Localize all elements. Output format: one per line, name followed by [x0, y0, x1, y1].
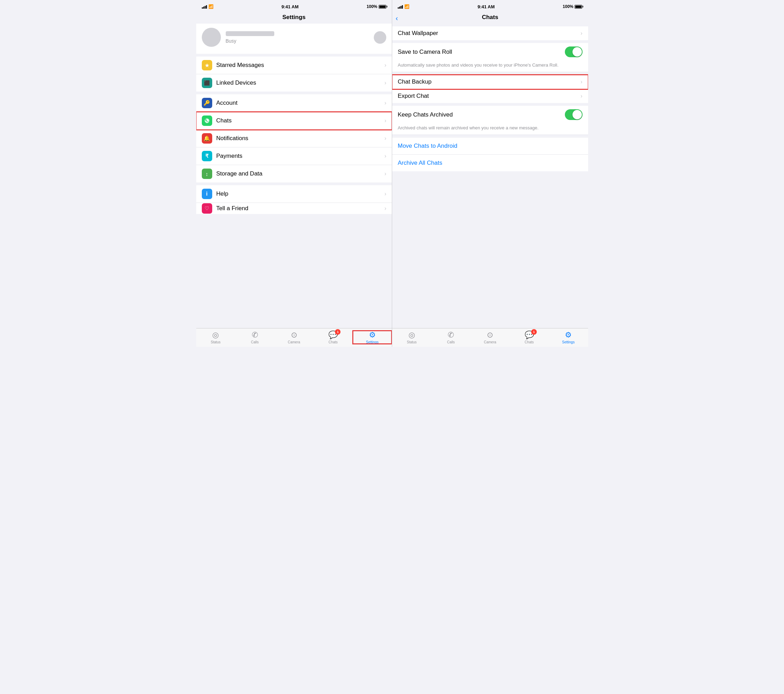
help-icon: i — [202, 189, 212, 199]
chats-tab-label-left: Chats — [329, 340, 338, 344]
invite-chevron: › — [385, 205, 386, 211]
move-android-item[interactable]: Move Chats to Android — [392, 138, 588, 155]
chats-tab-icon-right: 💬 1 — [525, 331, 534, 340]
backup-label: Chat Backup — [398, 78, 580, 85]
settings-item-notifications[interactable]: 🔔 Notifications › — [196, 130, 392, 147]
tab-status-right[interactable]: ◎ Status — [392, 331, 432, 344]
camera-roll-label: Save to Camera Roll — [398, 49, 565, 56]
profile-info: Busy — [226, 31, 369, 44]
wallpaper-section: Chat Wallpaper › — [392, 26, 588, 40]
archive-all-label: Archive All Chats — [398, 160, 443, 166]
blue-actions-group: Move Chats to Android Archive All Chats — [392, 138, 588, 171]
settings-item-invite[interactable]: ♡ Tell a Friend › — [196, 203, 392, 214]
linked-icon: ⬛ — [202, 78, 212, 88]
settings-item-wallpaper[interactable]: Chat Wallpaper › — [392, 26, 588, 40]
settings-group-1: ★ Starred Messages › ⬛ Linked Devices › — [196, 56, 392, 92]
tab-status-left[interactable]: ◎ Status — [196, 331, 236, 344]
settings-item-help[interactable]: i Help › — [196, 185, 392, 203]
storage-icon: ↕ — [202, 168, 212, 179]
tab-bar-left: ◎ Status ✆ Calls ⊙ Camera 💬 1 Chats ⚙ Se… — [196, 328, 392, 347]
export-label: Export Chat — [398, 92, 580, 99]
settings-item-starred[interactable]: ★ Starred Messages › — [196, 56, 392, 74]
battery-pct-left: 100% — [367, 4, 377, 9]
back-button[interactable]: ‹ — [395, 15, 398, 21]
tab-settings-left[interactable]: ⚙ Settings — [352, 331, 392, 344]
left-panel-title: Settings — [202, 14, 387, 21]
camera-tab-label-left: Camera — [288, 340, 300, 344]
settings-item-chats[interactable]: Chats › — [196, 112, 392, 130]
status-tab-icon-left: ◎ — [212, 331, 219, 340]
settings-item-payments[interactable]: ₹ Payments › — [196, 147, 392, 165]
signal-bar-r2 — [399, 7, 400, 9]
camera-roll-subtitle: Automatically save photos and videos you… — [392, 61, 588, 72]
battery-body-left — [379, 5, 386, 9]
account-icon: 🔑 — [202, 98, 212, 108]
tab-chats-right[interactable]: 💬 1 Chats — [510, 331, 549, 344]
camera-tab-label-right: Camera — [484, 340, 496, 344]
payments-label: Payments — [216, 153, 385, 160]
export-chevron: › — [580, 93, 582, 99]
battery-fill-left — [379, 5, 385, 8]
battery-area-right: 100% — [563, 4, 583, 9]
settings-tab-label-left: Settings — [366, 340, 379, 344]
status-tab-icon-right: ◎ — [408, 331, 415, 340]
time-left: 9:41 AM — [282, 4, 298, 9]
battery-fill-right — [575, 5, 581, 8]
storage-label: Storage and Data — [216, 170, 385, 177]
camera-tab-icon-left: ⊙ — [291, 331, 297, 340]
chats-tab-label-right: Chats — [525, 340, 534, 344]
settings-item-storage[interactable]: ↕ Storage and Data › — [196, 165, 392, 183]
tab-calls-right[interactable]: ✆ Calls — [432, 331, 471, 344]
account-chevron: › — [385, 100, 386, 106]
calls-tab-icon-right: ✆ — [448, 331, 454, 340]
profile-section[interactable]: Busy — [196, 23, 392, 54]
settings-item-linked[interactable]: ⬛ Linked Devices › — [196, 74, 392, 92]
signal-bar-3 — [204, 6, 206, 9]
camera-roll-toggle[interactable] — [565, 46, 583, 57]
avatar — [202, 28, 221, 47]
tab-chats-left[interactable]: 💬 1 Chats — [313, 331, 352, 344]
keep-archived-toggle[interactable] — [565, 109, 583, 120]
settings-item-backup[interactable]: Chat Backup › — [392, 75, 588, 89]
tab-settings-right[interactable]: ⚙ Settings — [549, 331, 588, 344]
top-divider-right — [392, 23, 588, 26]
wallpaper-chevron: › — [580, 30, 582, 36]
camera-roll-section: Save to Camera Roll Automatically save p… — [392, 43, 588, 72]
keep-archived-toggle-knob — [573, 110, 582, 119]
left-panel: 📶 9:41 AM 100% Settings Busy — [196, 0, 392, 347]
status-bar-left: 📶 9:41 AM 100% — [196, 0, 392, 13]
back-chevron-icon: ‹ — [395, 15, 398, 21]
chats-badge-left: 1 — [335, 329, 341, 335]
calls-tab-icon-left: ✆ — [252, 331, 258, 340]
starred-chevron: › — [385, 62, 386, 68]
qr-button[interactable] — [374, 31, 386, 44]
chats-tab-icon-left: 💬 1 — [328, 331, 338, 340]
notifications-chevron: › — [385, 135, 386, 142]
settings-item-camera-roll[interactable]: Save to Camera Roll — [392, 43, 588, 61]
right-panel-title: Chats — [398, 14, 583, 21]
help-label: Help — [216, 190, 385, 197]
settings-tab-label-right: Settings — [562, 340, 575, 344]
settings-item-account[interactable]: 🔑 Account › — [196, 94, 392, 112]
battery-icon-right — [575, 5, 582, 9]
settings-item-export[interactable]: Export Chat › — [392, 89, 588, 103]
tab-bar-right: ◎ Status ✆ Calls ⊙ Camera 💬 1 Chats ⚙ Se… — [392, 328, 588, 347]
chats-badge-right: 1 — [531, 329, 537, 335]
linked-chevron: › — [385, 80, 386, 86]
tab-camera-left[interactable]: ⊙ Camera — [274, 331, 313, 344]
settings-group-3: i Help › ♡ Tell a Friend › — [196, 185, 392, 214]
nav-header-right: ‹ Chats — [392, 13, 588, 23]
chats-icon — [202, 115, 212, 126]
camera-tab-icon-right: ⊙ — [487, 331, 493, 340]
battery-body-right — [575, 5, 582, 9]
signal-bar-2 — [203, 7, 204, 9]
notifications-label: Notifications — [216, 135, 385, 142]
settings-item-keep-archived[interactable]: Keep Chats Archived — [392, 106, 588, 124]
tab-camera-right[interactable]: ⊙ Camera — [471, 331, 510, 344]
archive-all-item[interactable]: Archive All Chats — [392, 155, 588, 171]
settings-tab-icon-right: ⚙ — [565, 331, 572, 340]
profile-row[interactable]: Busy — [196, 23, 392, 51]
tab-calls-left[interactable]: ✆ Calls — [235, 331, 274, 344]
archive-section: Keep Chats Archived Archived chats will … — [392, 106, 588, 135]
profile-name-bar — [226, 31, 274, 36]
